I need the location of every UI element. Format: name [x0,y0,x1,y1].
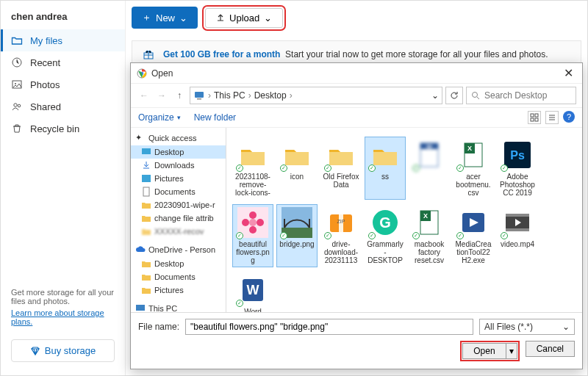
forward-button[interactable]: → [154,87,169,104]
search-field[interactable]: Search Desktop [466,87,576,104]
tree-item[interactable]: Pictures [131,283,226,297]
filetype-filter[interactable]: All Files (*.*)⌄ [479,319,575,335]
sync-icon: ✓ [501,232,508,239]
tree-this-pc[interactable]: This PC [131,301,226,312]
sidebar-item-photos[interactable]: Photos [1,73,125,95]
file-item[interactable]: ✓ss [365,137,406,200]
svg-rect-12 [535,114,538,117]
svg-text:G: G [379,214,391,231]
filename-input[interactable] [185,319,473,335]
up-button[interactable]: ↑ [172,87,187,104]
folder-icon [141,272,151,282]
trash-icon [11,123,23,134]
tree-item[interactable]: change file attrib [131,212,226,225]
svg-rect-14 [535,118,538,121]
sidebar-item-recyclebin[interactable]: Recycle bin [1,118,125,140]
file-name: Old Firefox Data [323,173,359,189]
sync-icon: ✓ [368,232,376,239]
file-name: acer bootmenu.csv [455,173,492,197]
refresh-button[interactable] [445,87,463,104]
sidebar-item-recent[interactable]: Recent [1,51,125,73]
tree-onedrive[interactable]: OneDrive - Person [131,242,226,257]
file-item[interactable]: ✓icon [276,137,318,200]
tree-item-documents[interactable]: Documents [131,185,226,198]
tree-item-desktop[interactable]: Desktop [131,145,226,159]
chevron-down-icon: ⌄ [562,322,570,332]
view-thumbnails-button[interactable] [528,111,541,124]
chevron-down-icon: ⌄ [179,12,187,24]
cloud-icon [135,245,146,255]
file-item[interactable]: X✓acer bootmenu.csv [453,137,494,200]
open-dropdown-button[interactable]: ▾ [506,343,517,359]
chevron-down-icon[interactable]: ⌄ [431,90,439,101]
file-item[interactable]: ✓Old Firefox Data [320,137,362,200]
new-button[interactable]: ＋ New ⌄ [132,7,198,29]
file-item[interactable]: ✓beautiful flowers.png [232,204,273,267]
storage-promo: Get more storage for all your files and … [1,281,125,333]
file-item[interactable]: ZIP✓drive-download-20231113T071245Z-00… [320,204,362,267]
file-item[interactable]: ✓20231108-remove-lock-icons-from-file… [232,137,273,200]
tree-item[interactable]: Desktop [131,257,226,270]
image-icon [11,79,23,90]
file-item[interactable]: W✓ [409,137,450,200]
back-button[interactable]: ← [137,87,151,104]
file-item[interactable]: ✓MediaCreationTool22H2.exe [453,204,494,267]
sidebar-item-myfiles[interactable]: My files [1,29,125,51]
new-folder-button[interactable]: New folder [194,112,236,123]
file-name: Adobe Photoshop CC 2019 [499,173,536,197]
crumb-desktop[interactable]: Desktop [254,90,287,101]
new-button-label: New [156,12,175,24]
svg-rect-16 [142,175,151,182]
close-button[interactable]: ✕ [561,66,576,80]
open-button[interactable]: Open [462,343,506,359]
svg-point-33 [257,219,264,226]
tree-item-downloads[interactable]: Downloads [131,159,226,172]
cancel-button[interactable]: Cancel [526,341,575,357]
user-name: chen andrea [1,7,125,29]
tree-item-pictures[interactable]: Pictures [131,172,226,185]
file-item[interactable]: G✓Grammarly-DESKTOP-JMVAU93 [365,204,406,267]
svg-rect-46 [506,214,529,217]
tree-quick-access[interactable]: ✦Quick access [131,131,226,145]
svg-point-4 [18,104,21,107]
file-item[interactable]: X✓macbook factory reset.csv [409,204,450,267]
file-item[interactable]: ✓video.mp4 [497,204,538,267]
svg-rect-11 [531,114,534,117]
breadcrumb[interactable]: ›This PC ›Desktop › ⌄ [190,87,442,104]
tree-item[interactable]: Documents [131,270,226,283]
sync-icon: ✓ [412,164,420,172]
storage-plans-link[interactable]: Learn more about storage plans. [11,308,115,326]
file-name: MediaCreationTool22H2.exe [455,240,492,264]
svg-point-29 [249,219,257,226]
file-item[interactable]: Ps✓Adobe Photoshop CC 2019 [497,137,538,200]
crumb-thispc[interactable]: This PC [214,90,245,101]
dialog-title: Open [151,68,561,79]
sync-icon: ✓ [280,164,287,172]
pc-icon [135,303,146,312]
buy-storage-button[interactable]: Buy storage [11,339,115,362]
svg-point-2 [15,83,16,84]
upload-button[interactable]: Upload ⌄ [205,8,283,28]
sync-icon: ✓ [236,232,243,239]
svg-point-31 [249,226,257,234]
sync-icon: ✓ [456,232,464,239]
onedrive-sidebar: chen andrea My files Recent Photos Share… [1,1,126,375]
search-placeholder: Search Desktop [484,90,547,101]
file-item[interactable]: ✓bridge.png [276,204,318,267]
tree-item[interactable]: XXXXX-recov [131,225,226,238]
file-item[interactable]: W✓Word [232,272,273,312]
file-thumb: X✓ [458,140,489,170]
upload-button-label: Upload [229,12,259,24]
help-icon[interactable]: ? [563,111,575,123]
pictures-icon [141,173,151,184]
view-details-button[interactable] [545,111,559,124]
svg-text:X: X [423,212,428,220]
tree-item[interactable]: 20230901-wipe-r [131,198,226,212]
filename-label: File name: [138,322,179,332]
file-thumb: ✓ [370,140,401,170]
file-thumb: ✓ [502,207,533,238]
svg-point-32 [242,219,249,226]
file-thumb: Ps✓ [502,140,533,170]
sidebar-item-shared[interactable]: Shared [1,95,125,118]
organize-menu[interactable]: Organize ▾ [138,112,181,123]
